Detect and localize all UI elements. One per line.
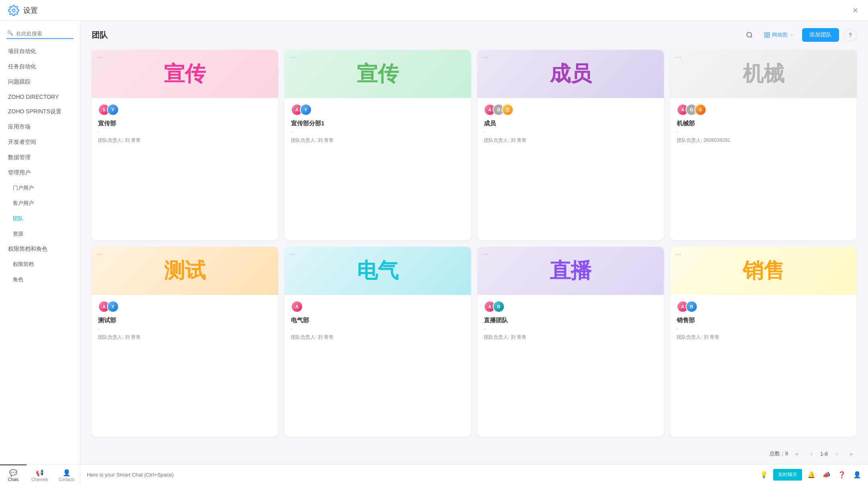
team-sub-4: - [677, 129, 850, 135]
team-owner-5: 团队负责人: 刘 青青 [98, 334, 272, 341]
team-name-5: 测试部 [98, 317, 272, 324]
card-more-2[interactable]: ··· [289, 54, 296, 61]
team-sub-5: - [98, 326, 272, 332]
sidebar-item-manage-users[interactable]: 管理用户 [0, 165, 80, 180]
svg-point-0 [12, 9, 15, 12]
share-button[interactable]: 📣 [821, 469, 833, 481]
realtime-button[interactable]: 实时聊天 [773, 469, 802, 481]
sidebar-item-roles[interactable]: 角色 [0, 272, 80, 287]
total-count: 总数：8 [770, 450, 788, 457]
sidebar-item-permission-profiles[interactable]: 权限简档 [0, 257, 80, 272]
card-more-5[interactable]: ··· [96, 251, 103, 258]
sidebar-item-issue-tracking[interactable]: 问题跟踪 [0, 74, 80, 90]
team-sub-3: - [484, 129, 657, 135]
card-more-7[interactable]: ··· [482, 251, 489, 258]
team-owner-3: 团队负责人: 刘 青青 [484, 137, 657, 144]
sidebar-item-zoho-sprints[interactable]: ZOHO SPRINTS设置 [0, 104, 80, 119]
sidebar-item-customer-users[interactable]: 客户用户 [0, 196, 80, 211]
card-avatars-5: A Y [98, 301, 272, 313]
view-label: 网格图 [772, 31, 788, 39]
card-more-6[interactable]: ··· [289, 251, 296, 258]
sidebar-item-teams[interactable]: 团队 [0, 211, 80, 226]
team-owner-4: 团队负责人: 2606039291 [677, 137, 850, 144]
avatar: 6 [694, 104, 706, 116]
team-sub-7: - [484, 326, 657, 332]
card-banner-text-7: 直播 [550, 257, 592, 285]
card-info-5: A Y 测试部 - 团队负责人: 刘 青青 [92, 295, 278, 347]
mute-button[interactable]: 🔔 [805, 469, 817, 481]
card-more-4[interactable]: ··· [675, 54, 682, 61]
card-avatars-7: A B [484, 301, 657, 313]
card-banner-text-4: 机械 [743, 60, 784, 88]
card-banner-text-6: 电气 [357, 257, 399, 285]
team-sub-2: - [291, 129, 465, 135]
search-input[interactable] [6, 29, 74, 39]
card-avatars-3: A B 主 [484, 104, 657, 116]
team-owner-2: 团队负责人: 刘 青青 [291, 137, 465, 144]
card-more-3[interactable]: ··· [482, 54, 489, 61]
add-team-button[interactable]: 添加团队 [802, 28, 839, 42]
content-header: 团队 网格图 [80, 21, 868, 47]
team-card-5[interactable]: ··· 测试 A Y 测试部 - 团队负责人: 刘 青青 [92, 247, 278, 437]
team-card-1[interactable]: ··· 宣传 S Y 宣传部 - 团队负责人: 刘 青青 [92, 50, 278, 240]
sidebar-item-permissions[interactable]: 权限简档和角色 [0, 241, 80, 257]
svg-rect-3 [768, 33, 770, 35]
header-actions: 网格图 添加团队 ? [743, 28, 857, 42]
sidebar-item-data-mgmt[interactable]: 数据管理 [0, 150, 80, 165]
header-title: 设置 [23, 6, 38, 15]
card-banner-2: ··· 宣传 [285, 50, 471, 98]
header: 设置 ✕ [0, 0, 868, 21]
pagination-range: 1-8 [820, 451, 828, 457]
lightbulb-button[interactable]: 💡 [758, 469, 770, 481]
avatar: Y [107, 301, 119, 313]
avatar: Y [107, 104, 119, 116]
card-banner-text-5: 测试 [164, 257, 206, 285]
team-card-7[interactable]: ··· 直播 A B 直播团队 - 团队负责人: 刘 青青 [477, 247, 664, 437]
help-footer-button[interactable]: ❓ [836, 469, 848, 481]
card-banner-5: ··· 测试 [92, 247, 278, 295]
team-card-2[interactable]: ··· 宣传 A Y 宣传部分部1 - 团队负责人: 刘 青青 [285, 50, 471, 240]
sidebar-item-portal-users[interactable]: 门户用户 [0, 180, 80, 196]
team-card-3[interactable]: ··· 成员 A B 主 成员 - 团队负责人: 刘 青青 [477, 50, 664, 240]
view-toggle-button[interactable]: 网格图 [761, 30, 797, 40]
sidebar-item-resources[interactable]: 资源 [0, 226, 80, 241]
card-banner-text-1: 宣传 [164, 60, 206, 88]
tab-channels[interactable]: 📢 Channels [27, 465, 53, 485]
card-more-1[interactable]: ··· [96, 54, 103, 61]
app-container: 设置 ✕ 项目自动化 任务自动化 问题跟踪 ZOHO DIRECTORY ZOH… [0, 0, 868, 485]
card-info-8: A B 销售部 - 团队负责人: 刘 青青 [670, 295, 857, 347]
team-name-6: 电气部 [291, 317, 465, 324]
team-name-4: 机械部 [677, 120, 850, 127]
team-name-7: 直播团队 [484, 317, 657, 324]
pagination-next[interactable]: › [831, 448, 842, 459]
team-sub-8: - [677, 326, 850, 332]
pagination-last[interactable]: » [845, 448, 857, 459]
tab-chats[interactable]: 💬 Chats [0, 465, 27, 485]
card-avatars-6: A [291, 301, 465, 313]
tab-contacts[interactable]: 👤 Contacts [53, 465, 80, 485]
pagination-first[interactable]: « [791, 448, 802, 459]
sidebar-item-app-market[interactable]: 应用市场 [0, 119, 80, 135]
team-sub-1: - [98, 129, 272, 135]
sidebar-item-dev-space[interactable]: 开发者空间 [0, 135, 80, 150]
team-card-6[interactable]: ··· 电气 A 电气部 - 团队负责人: 刘 青青 [285, 247, 471, 437]
card-info-3: A B 主 成员 - 团队负责人: 刘 青青 [477, 98, 664, 150]
card-banner-6: ··· 电气 [285, 247, 471, 295]
team-name-1: 宣传部 [98, 120, 272, 127]
card-more-8[interactable]: ··· [675, 251, 682, 258]
header-left: 设置 [8, 5, 38, 16]
help-button[interactable]: ? [844, 29, 857, 41]
sidebar-item-task-automation[interactable]: 任务自动化 [0, 59, 80, 74]
close-button[interactable]: ✕ [850, 6, 860, 15]
team-card-4[interactable]: ··· 机械 A B 6 机械部 - 团队负责人: 2606039291 [670, 50, 857, 240]
user-avatar-button[interactable]: 👤 [851, 469, 863, 481]
card-banner-4: ··· 机械 [670, 50, 857, 98]
chat-input-area [80, 472, 753, 478]
pagination-prev[interactable]: ‹ [806, 448, 817, 459]
sidebar-item-zoho-directory[interactable]: ZOHO DIRECTORY [0, 90, 80, 104]
chat-input[interactable] [87, 472, 747, 478]
sidebar-item-project-automation[interactable]: 项目自动化 [0, 44, 80, 59]
team-card-8[interactable]: ··· 销售 A B 销售部 - 团队负责人: 刘 青青 [670, 247, 857, 437]
svg-rect-5 [768, 35, 770, 37]
search-button[interactable] [743, 29, 756, 41]
